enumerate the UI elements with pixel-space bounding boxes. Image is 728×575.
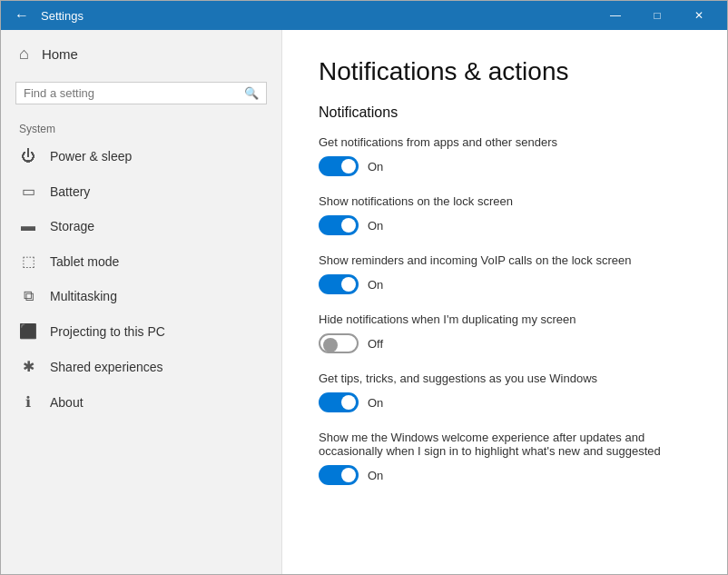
back-icon: ← (15, 7, 29, 24)
toggle-notifications-duplicate[interactable] (319, 333, 359, 353)
storage-icon: ▬ (19, 218, 37, 234)
sidebar-section-label: System (1, 115, 281, 139)
page-title: Notifications & actions (319, 57, 691, 86)
search-input[interactable] (24, 86, 244, 100)
toggle-row: On (319, 274, 691, 294)
sidebar-item-storage[interactable]: ▬ Storage (1, 209, 281, 243)
toggle-notifications-apps[interactable] (319, 156, 359, 176)
sidebar-item-about[interactable]: ℹ About (1, 384, 281, 420)
sidebar-item-label: Shared experiences (50, 360, 163, 374)
sidebar-item-label: Multitasking (50, 289, 117, 303)
main-content: Notifications & actions Notifications Ge… (282, 30, 727, 574)
setting-label: Show me the Windows welcome experience a… (319, 431, 691, 458)
setting-label: Get tips, tricks, and suggestions as you… (319, 372, 691, 385)
sidebar-item-label: Tablet mode (50, 254, 119, 269)
toggle-notifications-voip[interactable] (319, 274, 359, 294)
toggle-notifications-tips[interactable] (319, 392, 359, 412)
toggle-state-label: On (368, 219, 383, 233)
sidebar-item-label: Battery (50, 184, 90, 199)
toggle-row: On (319, 156, 691, 176)
setting-notifications-lock: Show notifications on the lock screen On (319, 194, 691, 235)
sidebar-item-tablet-mode[interactable]: ⬚ Tablet mode (1, 243, 281, 279)
content: ⌂ Home 🔍 System ⏻ Power & sleep ▭ Batter… (1, 30, 727, 574)
setting-notifications-apps: Get notifications from apps and other se… (319, 135, 691, 176)
toggle-state-label: Off (368, 337, 383, 351)
sidebar-item-label: Power & sleep (50, 149, 132, 164)
projecting-icon: ⬛ (19, 322, 37, 340)
sidebar-item-home[interactable]: ⌂ Home (1, 30, 281, 78)
setting-notifications-duplicate: Hide notifications when I'm duplicating … (319, 312, 691, 353)
setting-label: Hide notifications when I'm duplicating … (319, 312, 691, 326)
titlebar: ← Settings — □ ✕ (1, 1, 727, 30)
toggle-row: On (319, 215, 691, 235)
settings-window: ← Settings — □ ✕ ⌂ Home 🔍 S (0, 0, 728, 575)
toggle-state-label: On (368, 278, 383, 292)
toggle-notifications-welcome[interactable] (319, 465, 359, 485)
sidebar-item-label: About (50, 395, 84, 410)
sidebar-item-power-sleep[interactable]: ⏻ Power & sleep (1, 139, 281, 173)
maximize-icon: □ (654, 9, 660, 22)
tablet-icon: ⬚ (19, 253, 37, 270)
search-box: 🔍 (15, 82, 267, 104)
sidebar-item-label: Projecting to this PC (50, 324, 165, 339)
toggle-row: On (319, 392, 691, 412)
titlebar-title: Settings (41, 9, 595, 23)
shared-icon: ✱ (19, 358, 37, 375)
sidebar-item-multitasking[interactable]: ⧉ Multitasking (1, 279, 281, 313)
section-title: Notifications (319, 104, 691, 121)
sidebar: ⌂ Home 🔍 System ⏻ Power & sleep ▭ Batter… (1, 30, 282, 574)
setting-label: Show reminders and incoming VoIP calls o… (319, 253, 691, 267)
battery-icon: ▭ (19, 183, 37, 200)
minimize-icon: — (610, 9, 621, 22)
sidebar-item-shared[interactable]: ✱ Shared experiences (1, 349, 281, 384)
sidebar-item-battery[interactable]: ▭ Battery (1, 173, 281, 209)
about-icon: ℹ (19, 393, 37, 411)
toggle-notifications-lock[interactable] (319, 215, 359, 235)
power-icon: ⏻ (19, 148, 37, 164)
setting-notifications-voip: Show reminders and incoming VoIP calls o… (319, 253, 691, 294)
setting-label: Get notifications from apps and other se… (319, 135, 691, 149)
sidebar-item-label: Storage (50, 219, 94, 233)
back-button[interactable]: ← (8, 1, 35, 30)
setting-notifications-tips: Get tips, tricks, and suggestions as you… (319, 372, 691, 412)
maximize-button[interactable]: □ (636, 1, 678, 30)
toggle-row: Off (319, 333, 691, 353)
setting-label: Show notifications on the lock screen (319, 194, 691, 208)
titlebar-controls: — □ ✕ (595, 1, 720, 30)
multitasking-icon: ⧉ (19, 288, 37, 304)
sidebar-home-label: Home (42, 46, 78, 62)
toggle-state-label: On (368, 160, 383, 173)
toggle-state-label: On (368, 396, 383, 410)
minimize-button[interactable]: — (595, 1, 636, 30)
toggle-row: On (319, 465, 691, 485)
sidebar-item-projecting[interactable]: ⬛ Projecting to this PC (1, 313, 281, 349)
toggle-state-label: On (368, 469, 383, 482)
setting-notifications-welcome: Show me the Windows welcome experience a… (319, 431, 691, 485)
close-icon: ✕ (694, 9, 703, 22)
search-icon: 🔍 (244, 86, 259, 100)
close-button[interactable]: ✕ (678, 1, 720, 30)
home-icon: ⌂ (19, 45, 29, 64)
